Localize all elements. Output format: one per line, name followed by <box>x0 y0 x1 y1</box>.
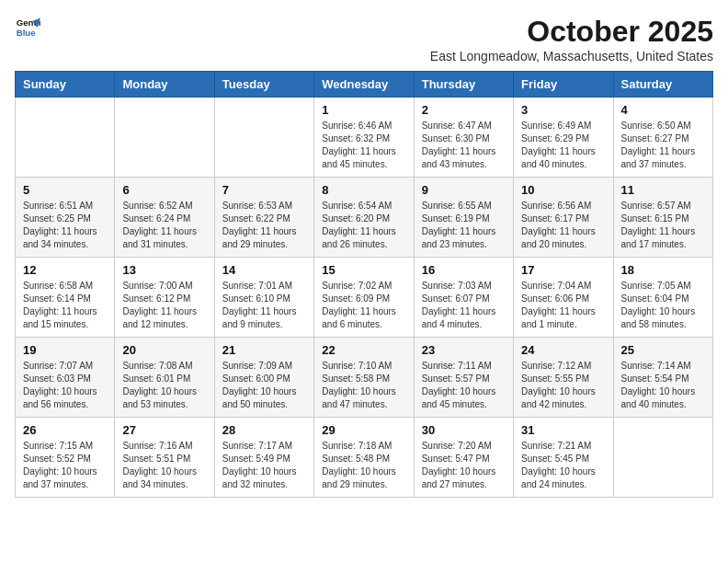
day-info: Sunrise: 7:20 AM Sunset: 5:47 PM Dayligh… <box>422 440 506 491</box>
day-number: 19 <box>23 343 107 357</box>
day-info: Sunrise: 7:14 AM Sunset: 5:54 PM Dayligh… <box>621 360 705 411</box>
day-number: 8 <box>322 183 405 197</box>
calendar-cell: 14Sunrise: 7:01 AM Sunset: 6:10 PM Dayli… <box>214 258 313 338</box>
calendar-cell: 10Sunrise: 6:56 AM Sunset: 6:17 PM Dayli… <box>514 178 613 258</box>
svg-text:Blue: Blue <box>17 28 36 38</box>
day-number: 28 <box>222 423 306 437</box>
calendar-cell: 2Sunrise: 6:47 AM Sunset: 6:30 PM Daylig… <box>414 98 513 178</box>
day-info: Sunrise: 7:21 AM Sunset: 5:45 PM Dayligh… <box>521 440 605 491</box>
calendar-cell: 31Sunrise: 7:21 AM Sunset: 5:45 PM Dayli… <box>514 418 613 498</box>
day-info: Sunrise: 7:11 AM Sunset: 5:57 PM Dayligh… <box>422 360 506 411</box>
day-info: Sunrise: 7:03 AM Sunset: 6:07 PM Dayligh… <box>422 280 506 331</box>
day-info: Sunrise: 7:10 AM Sunset: 5:58 PM Dayligh… <box>322 360 405 411</box>
day-number: 1 <box>322 103 405 117</box>
day-number: 6 <box>122 183 206 197</box>
location-title: East Longmeadow, Massachusetts, United S… <box>430 49 713 63</box>
calendar-cell: 4Sunrise: 6:50 AM Sunset: 6:27 PM Daylig… <box>613 98 712 178</box>
title-area: October 2025 East Longmeadow, Massachuse… <box>430 15 713 63</box>
day-number: 15 <box>322 263 405 277</box>
day-info: Sunrise: 6:54 AM Sunset: 6:20 PM Dayligh… <box>322 200 405 251</box>
day-number: 25 <box>621 343 705 357</box>
day-number: 20 <box>122 343 206 357</box>
calendar-cell: 26Sunrise: 7:15 AM Sunset: 5:52 PM Dayli… <box>16 418 115 498</box>
day-number: 10 <box>521 183 605 197</box>
calendar-cell: 12Sunrise: 6:58 AM Sunset: 6:14 PM Dayli… <box>16 258 115 338</box>
calendar-cell <box>115 98 214 178</box>
weekday-header: Tuesday <box>214 72 313 98</box>
calendar-cell: 24Sunrise: 7:12 AM Sunset: 5:55 PM Dayli… <box>514 338 613 418</box>
calendar-cell: 7Sunrise: 6:53 AM Sunset: 6:22 PM Daylig… <box>214 178 313 258</box>
day-info: Sunrise: 7:15 AM Sunset: 5:52 PM Dayligh… <box>23 440 107 491</box>
day-info: Sunrise: 7:01 AM Sunset: 6:10 PM Dayligh… <box>222 280 306 331</box>
calendar-cell <box>16 98 115 178</box>
day-info: Sunrise: 7:07 AM Sunset: 6:03 PM Dayligh… <box>23 360 107 411</box>
calendar-cell: 16Sunrise: 7:03 AM Sunset: 6:07 PM Dayli… <box>414 258 513 338</box>
day-number: 24 <box>521 343 605 357</box>
day-number: 30 <box>422 423 506 437</box>
calendar-week-row: 1Sunrise: 6:46 AM Sunset: 6:32 PM Daylig… <box>16 98 713 178</box>
calendar-cell: 13Sunrise: 7:00 AM Sunset: 6:12 PM Dayli… <box>115 258 214 338</box>
weekday-header: Monday <box>115 72 214 98</box>
calendar-cell: 18Sunrise: 7:05 AM Sunset: 6:04 PM Dayli… <box>613 258 712 338</box>
day-number: 13 <box>122 263 206 277</box>
day-info: Sunrise: 6:57 AM Sunset: 6:15 PM Dayligh… <box>621 200 705 251</box>
day-info: Sunrise: 7:18 AM Sunset: 5:48 PM Dayligh… <box>322 440 405 491</box>
calendar-cell: 25Sunrise: 7:14 AM Sunset: 5:54 PM Dayli… <box>613 338 712 418</box>
day-info: Sunrise: 7:08 AM Sunset: 6:01 PM Dayligh… <box>122 360 206 411</box>
day-info: Sunrise: 6:46 AM Sunset: 6:32 PM Dayligh… <box>322 120 405 171</box>
day-info: Sunrise: 6:52 AM Sunset: 6:24 PM Dayligh… <box>122 200 206 251</box>
calendar-cell: 11Sunrise: 6:57 AM Sunset: 6:15 PM Dayli… <box>613 178 712 258</box>
calendar-week-row: 12Sunrise: 6:58 AM Sunset: 6:14 PM Dayli… <box>16 258 713 338</box>
day-info: Sunrise: 6:58 AM Sunset: 6:14 PM Dayligh… <box>23 280 107 331</box>
calendar-week-row: 19Sunrise: 7:07 AM Sunset: 6:03 PM Dayli… <box>16 338 713 418</box>
day-info: Sunrise: 6:50 AM Sunset: 6:27 PM Dayligh… <box>621 120 705 171</box>
calendar-cell: 15Sunrise: 7:02 AM Sunset: 6:09 PM Dayli… <box>314 258 414 338</box>
day-number: 14 <box>222 263 306 277</box>
day-info: Sunrise: 7:16 AM Sunset: 5:51 PM Dayligh… <box>122 440 206 491</box>
day-number: 5 <box>23 183 107 197</box>
weekday-header: Sunday <box>16 72 115 98</box>
weekday-header: Wednesday <box>314 72 414 98</box>
calendar-cell: 6Sunrise: 6:52 AM Sunset: 6:24 PM Daylig… <box>115 178 214 258</box>
calendar-cell: 21Sunrise: 7:09 AM Sunset: 6:00 PM Dayli… <box>214 338 313 418</box>
day-info: Sunrise: 6:55 AM Sunset: 6:19 PM Dayligh… <box>422 200 506 251</box>
day-info: Sunrise: 7:17 AM Sunset: 5:49 PM Dayligh… <box>222 440 306 491</box>
calendar-cell: 17Sunrise: 7:04 AM Sunset: 6:06 PM Dayli… <box>514 258 613 338</box>
day-number: 21 <box>222 343 306 357</box>
calendar-cell <box>214 98 313 178</box>
calendar-cell: 28Sunrise: 7:17 AM Sunset: 5:49 PM Dayli… <box>214 418 313 498</box>
day-info: Sunrise: 7:04 AM Sunset: 6:06 PM Dayligh… <box>521 280 605 331</box>
weekday-header: Saturday <box>613 72 712 98</box>
day-info: Sunrise: 7:12 AM Sunset: 5:55 PM Dayligh… <box>521 360 605 411</box>
calendar-cell: 30Sunrise: 7:20 AM Sunset: 5:47 PM Dayli… <box>414 418 513 498</box>
calendar-table: SundayMondayTuesdayWednesdayThursdayFrid… <box>15 71 713 498</box>
day-number: 27 <box>122 423 206 437</box>
day-number: 12 <box>23 263 107 277</box>
day-info: Sunrise: 7:09 AM Sunset: 6:00 PM Dayligh… <box>222 360 306 411</box>
day-info: Sunrise: 7:02 AM Sunset: 6:09 PM Dayligh… <box>322 280 405 331</box>
day-info: Sunrise: 6:47 AM Sunset: 6:30 PM Dayligh… <box>422 120 506 171</box>
day-number: 11 <box>621 183 705 197</box>
day-number: 26 <box>23 423 107 437</box>
day-number: 22 <box>322 343 405 357</box>
weekday-header-row: SundayMondayTuesdayWednesdayThursdayFrid… <box>16 72 713 98</box>
day-info: Sunrise: 6:49 AM Sunset: 6:29 PM Dayligh… <box>521 120 605 171</box>
day-number: 31 <box>521 423 605 437</box>
calendar-cell: 29Sunrise: 7:18 AM Sunset: 5:48 PM Dayli… <box>314 418 414 498</box>
month-title: October 2025 <box>430 15 713 49</box>
day-info: Sunrise: 6:53 AM Sunset: 6:22 PM Dayligh… <box>222 200 306 251</box>
calendar-cell: 20Sunrise: 7:08 AM Sunset: 6:01 PM Dayli… <box>115 338 214 418</box>
calendar-cell: 22Sunrise: 7:10 AM Sunset: 5:58 PM Dayli… <box>314 338 414 418</box>
calendar-cell: 9Sunrise: 6:55 AM Sunset: 6:19 PM Daylig… <box>414 178 513 258</box>
calendar-cell: 19Sunrise: 7:07 AM Sunset: 6:03 PM Dayli… <box>16 338 115 418</box>
day-info: Sunrise: 6:56 AM Sunset: 6:17 PM Dayligh… <box>521 200 605 251</box>
day-number: 23 <box>422 343 506 357</box>
day-number: 7 <box>222 183 306 197</box>
day-number: 9 <box>422 183 506 197</box>
day-info: Sunrise: 7:00 AM Sunset: 6:12 PM Dayligh… <box>122 280 206 331</box>
calendar-cell <box>613 418 712 498</box>
day-number: 18 <box>621 263 705 277</box>
day-number: 29 <box>322 423 405 437</box>
day-number: 4 <box>621 103 705 117</box>
day-number: 2 <box>422 103 506 117</box>
